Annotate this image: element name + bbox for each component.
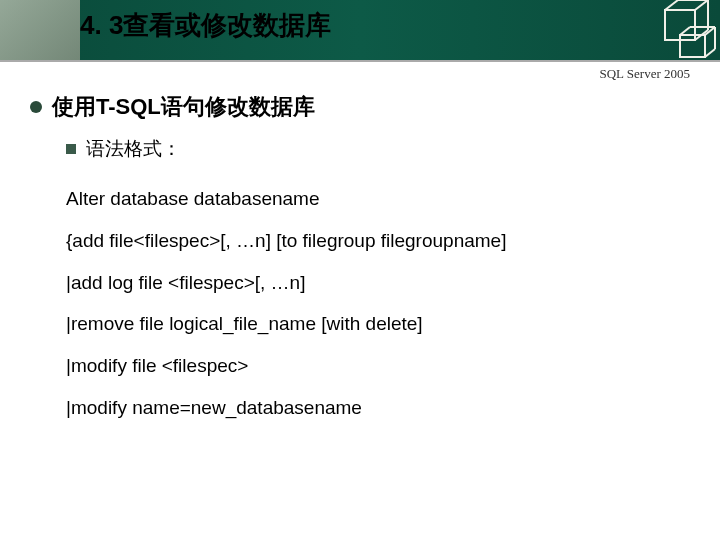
bullet-1-text: 使用T-SQL语句修改数据库 [52,92,315,122]
bullet-level-2: 语法格式： [66,136,690,162]
svg-line-1 [665,0,678,10]
svg-line-2 [695,0,708,10]
code-line-2: {add file<filespec>[, …n] [to filegroup … [66,220,690,262]
subbullet-1-text: 语法格式： [86,136,181,162]
header-bg-image [0,0,80,60]
bullet-level-1: 使用T-SQL语句修改数据库 [30,92,690,122]
code-line-6: |modify name=new_databasename [66,387,690,429]
svg-line-7 [680,27,690,35]
bullet-square-icon [66,144,76,154]
svg-line-9 [705,49,715,57]
svg-rect-6 [680,35,705,57]
code-line-3: |add log file <filespec>[, …n] [66,262,690,304]
code-line-1: Alter database databasename [66,178,690,220]
code-line-5: |modify file <filespec> [66,345,690,387]
slide-title: 4. 3查看或修改数据库 [80,8,331,43]
header-cube-graphic [630,0,720,60]
header-subtitle: SQL Server 2005 [0,62,720,92]
slide-header: 4. 3查看或修改数据库 [0,0,720,62]
bullet-circle-icon [30,101,42,113]
code-line-4: |remove file logical_file_name [with del… [66,303,690,345]
slide-content: 使用T-SQL语句修改数据库 语法格式： Alter database data… [0,92,720,429]
